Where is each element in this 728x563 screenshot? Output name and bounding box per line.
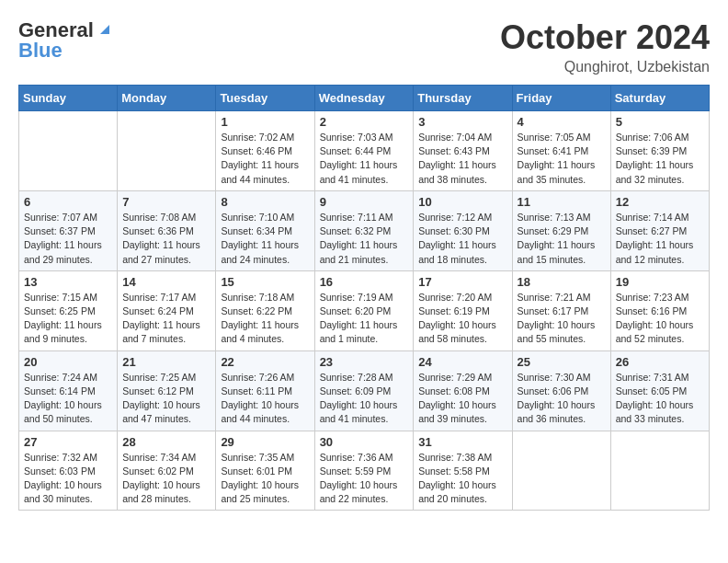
day-number: 12 [616,195,704,209]
calendar-header-sunday: Sunday [19,86,118,111]
day-info: Sunrise: 7:30 AMSunset: 6:06 PMDaylight:… [518,371,606,427]
month-title: October 2024 [500,18,710,57]
calendar-cell-3-4: 16Sunrise: 7:19 AMSunset: 6:20 PMDayligh… [314,270,414,350]
day-number: 24 [418,355,506,369]
calendar-cell-3-6: 18Sunrise: 7:21 AMSunset: 6:17 PMDayligh… [512,270,610,350]
day-info: Sunrise: 7:03 AMSunset: 6:44 PMDaylight:… [320,131,409,187]
calendar-cell-4-5: 24Sunrise: 7:29 AMSunset: 6:08 PMDayligh… [414,350,512,431]
calendar-cell-4-4: 23Sunrise: 7:28 AMSunset: 6:09 PMDayligh… [314,350,414,431]
calendar-cell-5-5: 31Sunrise: 7:38 AMSunset: 5:58 PMDayligh… [414,431,512,511]
calendar-cell-2-5: 10Sunrise: 7:12 AMSunset: 6:30 PMDayligh… [414,190,512,270]
logo-icon [97,21,113,38]
day-info: Sunrise: 7:26 AMSunset: 6:11 PMDaylight:… [221,371,309,427]
calendar-cell-4-6: 25Sunrise: 7:30 AMSunset: 6:06 PMDayligh… [512,350,610,431]
day-info: Sunrise: 7:02 AMSunset: 6:46 PMDaylight:… [221,131,309,187]
calendar-cell-1-2 [118,111,216,191]
day-info: Sunrise: 7:06 AMSunset: 6:39 PMDaylight:… [616,131,704,187]
day-number: 22 [221,355,309,369]
calendar-cell-4-2: 21Sunrise: 7:25 AMSunset: 6:12 PMDayligh… [118,350,216,431]
logo: General Blue [18,18,113,63]
calendar-cell-2-4: 9Sunrise: 7:11 AMSunset: 6:32 PMDaylight… [314,190,414,270]
calendar-week-3: 13Sunrise: 7:15 AMSunset: 6:25 PMDayligh… [19,270,710,350]
calendar-cell-2-1: 6Sunrise: 7:07 AMSunset: 6:37 PMDaylight… [19,190,118,270]
day-info: Sunrise: 7:36 AMSunset: 5:59 PMDaylight:… [320,451,409,507]
day-number: 4 [518,115,606,129]
day-number: 9 [320,195,409,209]
calendar-cell-3-2: 14Sunrise: 7:17 AMSunset: 6:24 PMDayligh… [118,270,216,350]
day-info: Sunrise: 7:19 AMSunset: 6:20 PMDaylight:… [320,291,409,347]
calendar-header-saturday: Saturday [610,86,709,111]
calendar-header-tuesday: Tuesday [216,86,314,111]
day-info: Sunrise: 7:12 AMSunset: 6:30 PMDaylight:… [418,211,506,267]
day-info: Sunrise: 7:04 AMSunset: 6:43 PMDaylight:… [418,131,506,187]
day-info: Sunrise: 7:05 AMSunset: 6:41 PMDaylight:… [518,131,606,187]
calendar-cell-1-7: 5Sunrise: 7:06 AMSunset: 6:39 PMDaylight… [610,111,709,191]
calendar-cell-4-1: 20Sunrise: 7:24 AMSunset: 6:14 PMDayligh… [19,350,118,431]
calendar-cell-5-3: 29Sunrise: 7:35 AMSunset: 6:01 PMDayligh… [216,431,314,511]
day-info: Sunrise: 7:17 AMSunset: 6:24 PMDaylight:… [122,291,210,347]
calendar-cell-5-6 [512,431,610,511]
calendar-cell-4-3: 22Sunrise: 7:26 AMSunset: 6:11 PMDayligh… [216,350,314,431]
calendar-cell-2-7: 12Sunrise: 7:14 AMSunset: 6:27 PMDayligh… [610,190,709,270]
day-number: 16 [320,275,409,289]
calendar-cell-2-2: 7Sunrise: 7:08 AMSunset: 6:36 PMDaylight… [118,190,216,270]
calendar-header-monday: Monday [118,86,216,111]
day-number: 10 [418,195,506,209]
day-number: 1 [221,115,309,129]
day-number: 18 [518,275,606,289]
day-info: Sunrise: 7:32 AMSunset: 6:03 PMDaylight:… [24,451,112,507]
day-info: Sunrise: 7:08 AMSunset: 6:36 PMDaylight:… [122,211,210,267]
day-info: Sunrise: 7:34 AMSunset: 6:02 PMDaylight:… [122,451,210,507]
day-number: 31 [418,435,506,449]
calendar-table: SundayMondayTuesdayWednesdayThursdayFrid… [18,85,710,511]
day-info: Sunrise: 7:20 AMSunset: 6:19 PMDaylight:… [418,291,506,347]
day-number: 29 [221,435,309,449]
page-header: General Blue October 2024 Qunghirot, Uzb… [18,18,710,75]
day-info: Sunrise: 7:29 AMSunset: 6:08 PMDaylight:… [418,371,506,427]
day-info: Sunrise: 7:10 AMSunset: 6:34 PMDaylight:… [221,211,309,267]
calendar-cell-1-3: 1Sunrise: 7:02 AMSunset: 6:46 PMDaylight… [216,111,314,191]
calendar-week-1: 1Sunrise: 7:02 AMSunset: 6:46 PMDaylight… [19,111,710,191]
calendar-cell-1-1 [19,111,118,191]
day-number: 6 [24,195,112,209]
day-number: 7 [122,195,210,209]
calendar-cell-3-3: 15Sunrise: 7:18 AMSunset: 6:22 PMDayligh… [216,270,314,350]
day-number: 17 [418,275,506,289]
calendar-cell-3-1: 13Sunrise: 7:15 AMSunset: 6:25 PMDayligh… [19,270,118,350]
logo-blue: Blue [18,39,63,63]
calendar-cell-5-2: 28Sunrise: 7:34 AMSunset: 6:02 PMDayligh… [118,431,216,511]
day-info: Sunrise: 7:13 AMSunset: 6:29 PMDaylight:… [518,211,606,267]
day-number: 8 [221,195,309,209]
day-number: 23 [320,355,409,369]
calendar-week-5: 27Sunrise: 7:32 AMSunset: 6:03 PMDayligh… [19,431,710,511]
day-number: 2 [320,115,409,129]
day-number: 28 [122,435,210,449]
svg-marker-0 [100,25,109,34]
day-number: 19 [616,275,704,289]
day-info: Sunrise: 7:15 AMSunset: 6:25 PMDaylight:… [24,291,112,347]
calendar-cell-4-7: 26Sunrise: 7:31 AMSunset: 6:05 PMDayligh… [610,350,709,431]
calendar-cell-2-3: 8Sunrise: 7:10 AMSunset: 6:34 PMDaylight… [216,190,314,270]
day-info: Sunrise: 7:24 AMSunset: 6:14 PMDaylight:… [24,371,112,427]
day-number: 25 [518,355,606,369]
location-title: Qunghirot, Uzbekistan [500,59,710,75]
day-info: Sunrise: 7:07 AMSunset: 6:37 PMDaylight:… [24,211,112,267]
calendar-cell-3-5: 17Sunrise: 7:20 AMSunset: 6:19 PMDayligh… [414,270,512,350]
day-number: 30 [320,435,409,449]
calendar-header-wednesday: Wednesday [314,86,414,111]
day-info: Sunrise: 7:28 AMSunset: 6:09 PMDaylight:… [320,371,409,427]
day-info: Sunrise: 7:38 AMSunset: 5:58 PMDaylight:… [418,451,506,507]
calendar-header-friday: Friday [512,86,610,111]
calendar-header-row: SundayMondayTuesdayWednesdayThursdayFrid… [19,86,710,111]
day-number: 14 [122,275,210,289]
day-info: Sunrise: 7:35 AMSunset: 6:01 PMDaylight:… [221,451,309,507]
calendar-cell-2-6: 11Sunrise: 7:13 AMSunset: 6:29 PMDayligh… [512,190,610,270]
calendar-cell-5-1: 27Sunrise: 7:32 AMSunset: 6:03 PMDayligh… [19,431,118,511]
calendar-week-4: 20Sunrise: 7:24 AMSunset: 6:14 PMDayligh… [19,350,710,431]
calendar-cell-5-4: 30Sunrise: 7:36 AMSunset: 5:59 PMDayligh… [314,431,414,511]
day-number: 26 [616,355,704,369]
day-info: Sunrise: 7:11 AMSunset: 6:32 PMDaylight:… [320,211,409,267]
title-section: October 2024 Qunghirot, Uzbekistan [500,18,710,75]
calendar-cell-1-4: 2Sunrise: 7:03 AMSunset: 6:44 PMDaylight… [314,111,414,191]
day-info: Sunrise: 7:21 AMSunset: 6:17 PMDaylight:… [518,291,606,347]
